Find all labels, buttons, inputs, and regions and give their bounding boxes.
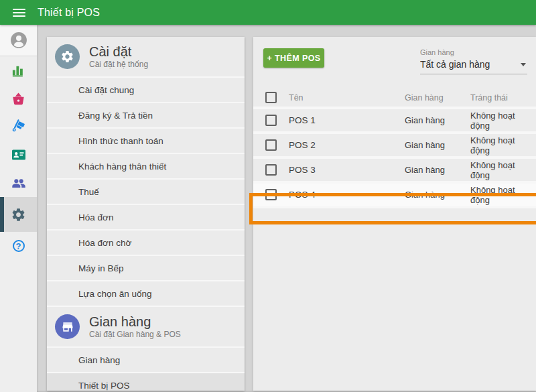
pos-shop: Gian hàng (405, 165, 470, 175)
pos-status: Không hoạt động (470, 135, 536, 155)
section-subtitle: Cài đặt hệ thống (89, 60, 148, 69)
table-row-highlighted[interactable]: POS 4 Gian hàng Không hoạt động (253, 184, 536, 208)
select-all-checkbox[interactable] (265, 92, 277, 103)
table-row[interactable]: POS 1 Gian hàng Không hoạt động (253, 109, 536, 134)
basket-icon (11, 91, 26, 107)
gear-icon (11, 207, 26, 222)
table-header-row: Tên Gian hàng Tráng thái (253, 88, 536, 109)
column-header-status: Tráng thái (470, 93, 536, 103)
hamburger-menu-icon[interactable] (13, 7, 25, 19)
toolbar: + THÊM POS Gian hàng Tất cả gian hàng (253, 37, 536, 74)
section-title: Gian hàng (89, 314, 181, 329)
people-icon (11, 175, 27, 191)
menu-item-pos-devices[interactable]: Thiết bị POS (47, 373, 245, 391)
help-icon: ? (13, 240, 25, 252)
shop-filter-dropdown[interactable]: Gian hàng Tất cả gian hàng (420, 48, 527, 74)
pos-status: Không hoạt động (470, 160, 536, 180)
bar-chart-icon (11, 63, 26, 78)
menu-item-invoice[interactable]: Hóa đơn (47, 205, 245, 231)
sidebar-item-help[interactable]: ? (0, 232, 37, 260)
sidebar-item-inventory[interactable] (0, 113, 37, 141)
column-header-name: Tên (289, 93, 405, 103)
store-icon (55, 314, 80, 339)
account-icon (10, 31, 27, 49)
sidebar-item-employees[interactable] (0, 169, 37, 197)
pos-shop: Gian hàng (405, 140, 470, 150)
shop-filter-label: Gian hàng (420, 48, 527, 56)
app-bar: Thiết bị POS (0, 0, 536, 25)
table-row[interactable]: POS 2 Gian hàng Không hoạt động (253, 134, 536, 159)
menu-item-dining-options[interactable]: Lựa chọn ăn uống (47, 281, 245, 307)
pos-name: POS 2 (289, 140, 405, 150)
pos-table: Tên Gian hàng Tráng thái POS 1 Gian hàng… (253, 88, 536, 208)
pos-name: POS 1 (289, 115, 405, 125)
row-checkbox[interactable] (265, 115, 277, 126)
main-content: + THÊM POS Gian hàng Tất cả gian hàng Tê… (253, 37, 536, 391)
trolley-icon (11, 119, 27, 135)
section-subtitle: Cài đặt Gian hàng & POS (89, 330, 181, 339)
row-checkbox[interactable] (265, 164, 277, 176)
sidebar-item-sales[interactable] (0, 84, 37, 113)
pos-status: Không hoạt động (470, 185, 536, 205)
menu-item-kitchen-printer[interactable]: Máy in Bếp (47, 256, 245, 281)
menu-item-general-settings[interactable]: Cài đặt chung (47, 78, 245, 103)
pos-name: POS 4 (289, 190, 405, 200)
menu-item-shop[interactable]: Gian hàng (47, 348, 245, 373)
menu-item-tax[interactable]: Thuế (47, 180, 245, 205)
sidebar-item-account[interactable] (0, 25, 37, 56)
add-pos-button[interactable]: + THÊM POS (263, 48, 324, 68)
menu-item-pending-invoice[interactable]: Hóa đơn chờ (47, 231, 245, 256)
section-title: Cài đặt (89, 44, 148, 59)
menu-item-payment-methods[interactable]: Hình thức thanh toán (47, 129, 245, 154)
page-title: Thiết bị POS (38, 7, 100, 19)
section-header-shop: Gian hàng Cài đặt Gian hàng & POS (47, 307, 245, 348)
menu-item-registration-payment[interactable]: Đăng ký & Trả tiền (47, 103, 245, 129)
contact-card-icon (11, 147, 27, 163)
pos-status: Không hoạt động (470, 111, 536, 131)
icon-sidebar: ? (0, 25, 37, 392)
chevron-down-icon (521, 63, 526, 66)
menu-item-loyal-customers[interactable]: Khách hàng thân thiết (47, 154, 245, 180)
row-checkbox[interactable] (265, 139, 277, 151)
sidebar-item-reports[interactable] (0, 56, 37, 84)
row-checkbox[interactable] (265, 189, 277, 200)
shop-filter-value: Tất cả gian hàng (420, 59, 521, 70)
pos-shop: Gian hàng (405, 190, 470, 200)
pos-name: POS 3 (289, 165, 405, 175)
sidebar-item-customers[interactable] (0, 141, 37, 169)
column-header-shop: Gian hàng (405, 93, 470, 103)
gear-icon (55, 44, 80, 69)
settings-menu-panel: Cài đặt Cài đặt hệ thống Cài đặt chung Đ… (47, 37, 245, 391)
pos-shop: Gian hàng (405, 115, 470, 125)
page: Thiết bị POS (0, 0, 536, 392)
section-header-settings: Cài đặt Cài đặt hệ thống (47, 37, 245, 78)
table-row[interactable]: POS 3 Gian hàng Không hoạt động (253, 159, 536, 184)
sidebar-item-settings[interactable] (0, 197, 37, 232)
